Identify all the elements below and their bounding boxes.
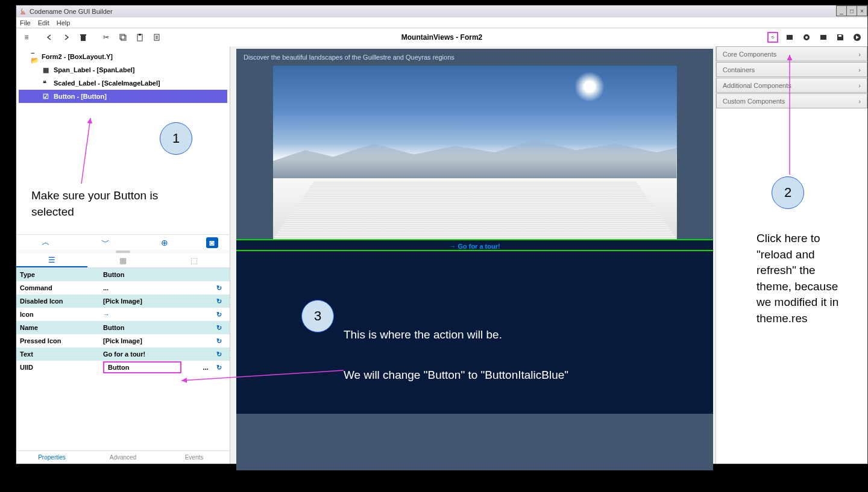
canvas-panel: Discover the beautiful landscapes of the… <box>230 46 715 464</box>
span-label-preview[interactable]: Discover the beautiful landscapes of the… <box>236 49 713 66</box>
history-icon[interactable]: ↻ <box>212 284 226 292</box>
canvas-empty-area <box>236 251 713 414</box>
play-icon[interactable] <box>852 32 863 43</box>
cut-icon[interactable]: ✂ <box>101 32 112 43</box>
svg-rect-3 <box>121 36 126 40</box>
chevron-right-icon: › <box>858 51 861 58</box>
prop-disabled-icon[interactable]: Disabled Icon[Pick Image]↻ <box>16 294 230 308</box>
tree-root[interactable]: − 📂 Form2 - [BoxLayout.Y] <box>19 50 227 63</box>
svg-rect-10 <box>787 35 793 40</box>
bottom-tabs: Properties Advanced Events <box>16 450 230 464</box>
toolbar: ≡ ✂ MountainViews - Form2 <box>16 28 867 46</box>
hamburger-icon[interactable]: ≡ <box>21 32 32 43</box>
svg-rect-2 <box>120 34 125 39</box>
accordion-core[interactable]: Core Components› <box>716 46 867 61</box>
prop-command[interactable]: Command...↻ <box>16 281 230 294</box>
snow-graphic <box>273 181 677 239</box>
picture-icon[interactable] <box>818 32 829 43</box>
component-palette: Core Components› Containers› Additional … <box>715 46 867 464</box>
history-icon[interactable]: ↻ <box>212 297 226 305</box>
uiid-input[interactable] <box>103 361 181 373</box>
menu-help[interactable]: Help <box>57 19 71 26</box>
folder-icon: − 📂 <box>31 49 39 64</box>
svg-rect-1 <box>80 34 86 36</box>
undo-icon[interactable] <box>44 32 55 43</box>
prop-name[interactable]: NameButton↻ <box>16 321 230 334</box>
tab-properties[interactable]: Properties <box>16 450 87 464</box>
prop-pressed-icon[interactable]: Pressed Icon[Pick Image]↻ <box>16 334 230 347</box>
property-view-tabs: ☰ ▦ ⬚ <box>16 254 230 268</box>
titlebar: Codename One GUI Builder _ □ × <box>16 5 867 17</box>
prop-text[interactable]: TextGo for a tour!↻ <box>16 347 230 361</box>
grid-view-icon[interactable]: ▦ <box>87 254 159 267</box>
history-icon[interactable]: ↻ <box>212 350 226 358</box>
list-view-icon[interactable]: ☰ <box>16 254 87 267</box>
menu-edit[interactable]: Edit <box>38 19 49 26</box>
svg-point-12 <box>805 36 808 39</box>
tab-events[interactable]: Events <box>159 450 230 464</box>
svg-rect-14 <box>838 35 841 37</box>
more-icon[interactable]: ... <box>200 364 212 371</box>
form-title: MountainViews - Form2 <box>401 33 482 42</box>
component-tree: − 📂 Form2 - [BoxLayout.Y] ▦ Span_Label -… <box>16 46 230 107</box>
history-icon[interactable]: ↻ <box>212 311 226 319</box>
svg-rect-0 <box>81 36 86 41</box>
tree-view-icon[interactable]: ⬚ <box>159 254 230 267</box>
minimize-button[interactable]: _ <box>836 5 847 16</box>
maximize-button[interactable]: □ <box>846 5 857 16</box>
camera-icon[interactable]: ◙ <box>206 237 218 248</box>
java-icon <box>19 7 27 16</box>
prop-uiid[interactable]: UIID ... ↻ <box>16 361 230 374</box>
image-icon[interactable] <box>784 32 795 43</box>
prop-icon[interactable]: Icon→↻ <box>16 308 230 321</box>
refresh-icon[interactable] <box>767 32 778 43</box>
paste-icon[interactable] <box>134 32 145 43</box>
checkbox-icon: ☑ <box>43 93 51 101</box>
tree-item-button[interactable]: ☑ Button - [Button] <box>19 90 227 103</box>
close-button[interactable]: × <box>857 5 867 16</box>
tree-controls: ︿ ﹀ ⊕ ◙ <box>16 234 230 250</box>
redo-icon[interactable] <box>61 32 72 43</box>
chevron-right-icon: › <box>858 82 861 89</box>
menu-file[interactable]: File <box>20 19 31 26</box>
sun-graphic <box>574 72 605 102</box>
save-icon[interactable] <box>835 32 846 43</box>
history-icon[interactable]: ↻ <box>212 364 226 372</box>
tree-item-scaled-label[interactable]: ❝ Scaled_Label - [ScaleImageLabel] <box>19 76 227 90</box>
left-panel: − 📂 Form2 - [BoxLayout.Y] ▦ Span_Label -… <box>16 46 230 464</box>
accordion-additional[interactable]: Additional Components› <box>716 78 867 93</box>
chevron-right-icon: › <box>858 66 861 73</box>
copy-icon[interactable] <box>118 32 128 43</box>
chevron-right-icon: › <box>858 98 861 105</box>
document-icon[interactable] <box>151 32 162 43</box>
svg-rect-13 <box>820 35 826 40</box>
properties-table: TypeButton Command...↻ Disabled Icon[Pic… <box>16 268 230 450</box>
delete-icon[interactable] <box>78 32 89 43</box>
form-canvas[interactable]: Discover the beautiful landscapes of the… <box>236 49 713 470</box>
add-icon[interactable]: ⊕ <box>146 238 183 248</box>
tree-item-span-label[interactable]: ▦ Span_Label - [SpanLabel] <box>19 63 227 76</box>
collapse-up-icon[interactable]: ︿ <box>28 237 64 248</box>
app-window: Codename One GUI Builder _ □ × File Edit… <box>16 5 868 464</box>
svg-rect-5 <box>139 34 141 36</box>
history-icon[interactable]: ↻ <box>212 324 226 332</box>
accordion-containers[interactable]: Containers› <box>716 62 867 77</box>
expand-down-icon[interactable]: ﹀ <box>87 237 124 248</box>
tab-advanced[interactable]: Advanced <box>87 450 159 464</box>
window-title: Codename One GUI Builder <box>30 8 113 15</box>
menubar: File Edit Help <box>16 17 867 28</box>
button-preview[interactable]: → Go for a tour! <box>236 239 713 251</box>
prop-type: TypeButton <box>16 268 230 281</box>
accordion-custom[interactable]: Custom Components› <box>716 93 867 108</box>
window-controls: _ □ × <box>837 5 867 16</box>
scaled-image-preview[interactable] <box>273 66 677 239</box>
history-icon[interactable]: ↻ <box>212 337 226 345</box>
quote-icon: ❝ <box>43 79 51 87</box>
grid-icon: ▦ <box>43 66 51 74</box>
circle-icon[interactable] <box>801 32 812 43</box>
panel-divider[interactable] <box>16 250 230 254</box>
